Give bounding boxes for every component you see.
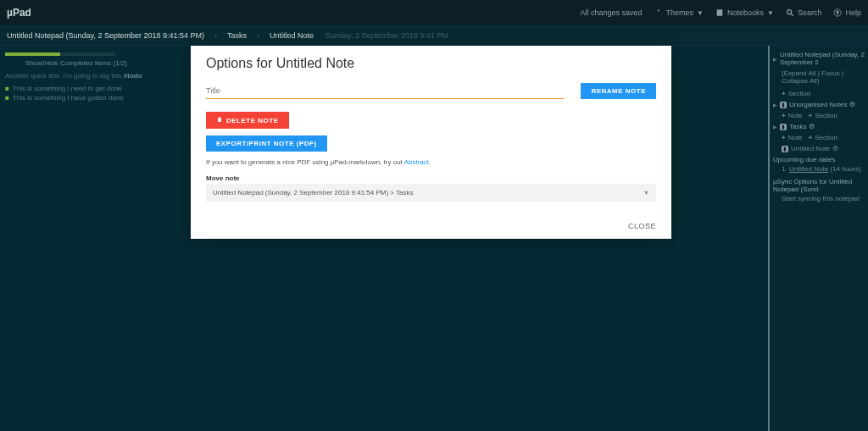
note-title-input[interactable] — [206, 86, 564, 95]
move-note-value: Untitled Notepad (Sunday, 2 September 20… — [213, 189, 414, 196]
gear-icon[interactable]: ⚙ — [849, 101, 855, 108]
explorer-sidebar: ▶ Untitled Notepad (Sunday, 2 September … — [768, 46, 868, 431]
sync-heading: µSync Options for Untitled Notepad (Sund — [773, 178, 865, 193]
help-label: Help — [845, 8, 861, 17]
folder-icon: ▮ — [780, 102, 787, 108]
top-header: µPad All changes saved Themes ▼ Notebook… — [0, 0, 868, 25]
close-button[interactable]: CLOSE — [628, 222, 656, 230]
breadcrumb: Untitled Notepad (Sunday, 2 September 20… — [0, 25, 868, 46]
plus-icon: + — [782, 90, 786, 97]
breadcrumb-section[interactable]: Tasks — [227, 31, 247, 40]
search-button[interactable]: Search — [786, 8, 822, 17]
help-icon: ? — [833, 8, 842, 17]
checkbox-icon[interactable]: ■ — [5, 85, 9, 92]
trash-icon — [216, 116, 223, 124]
move-note-select[interactable]: Untitled Notepad (Sunday, 2 September 20… — [206, 184, 656, 202]
folder-icon: ▮ — [780, 124, 787, 130]
search-label: Search — [798, 8, 822, 17]
left-task-pane: Show/Hide Completed Items (1/2) Another … — [0, 46, 153, 110]
breadcrumb-note[interactable]: Untitled Note — [270, 31, 314, 40]
notebooks-icon — [715, 8, 724, 17]
chevron-right-icon: › — [214, 31, 217, 40]
delete-note-button[interactable]: DELETE NOTE — [206, 112, 289, 129]
export-pdf-button[interactable]: EXPORT/PRINT NOTE (PDF) — [206, 135, 327, 152]
rename-note-button[interactable]: RENAME NOTE — [581, 83, 656, 99]
task-progress-bar — [5, 52, 115, 56]
checkbox-icon[interactable]: ■ — [5, 94, 9, 102]
sidebar-section-tasks[interactable]: ▶ ▮ Tasks ⚙ — [773, 123, 865, 130]
title-input-wrap — [206, 81, 564, 99]
pdf-hint: If you want to generate a nice PDF using… — [206, 158, 656, 166]
sidebar-note-item[interactable]: ▮ Untitled Note ⚙ — [782, 145, 865, 152]
breadcrumb-timestamp: Sunday, 2 September 2018 9:41 PM — [326, 31, 448, 40]
note-options-modal: Options for Untitled Note RENAME NOTE DE… — [191, 46, 671, 239]
notebooks-menu[interactable]: Notebooks ▼ — [715, 8, 774, 17]
move-note-label: Move note — [206, 174, 656, 182]
save-status: All changes saved — [581, 8, 643, 17]
themes-menu[interactable]: Themes ▼ — [654, 8, 704, 17]
svg-line-2 — [791, 14, 793, 16]
task-label: This is something I need to get done — [13, 85, 122, 92]
triangle-right-icon: ▶ — [773, 124, 777, 130]
show-hide-toggle[interactable]: Show/Hide Completed Items (1/2) — [5, 59, 147, 67]
plus-icon: + — [782, 134, 786, 141]
breadcrumb-notepad[interactable]: Untitled Notepad (Sunday, 2 September 20… — [7, 31, 204, 40]
sidebar-section-unorganised[interactable]: ▶ ▮ Unorganised Notes ⚙ — [773, 101, 865, 108]
hashtag[interactable]: #todo — [124, 72, 142, 80]
gear-icon[interactable]: ⚙ — [809, 123, 815, 130]
chevron-down-icon: ▼ — [767, 9, 774, 17]
plus-icon: + — [809, 134, 813, 141]
upcoming-item[interactable]: 1. Untitled Note (14 hours) — [782, 165, 865, 173]
note-text: Another quick test. I'm going to tag thi… — [5, 72, 147, 80]
app-logo: µPad — [7, 7, 31, 19]
add-note[interactable]: + Note + Section — [782, 134, 865, 141]
svg-point-1 — [787, 10, 792, 14]
svg-rect-0 — [717, 9, 723, 16]
sidebar-notepad-title[interactable]: ▶ Untitled Notepad (Sunday, 2 September … — [773, 51, 865, 66]
sidebar-expand-controls[interactable]: (Expand All | Focus | Collapse All) — [782, 69, 865, 85]
plus-icon: + — [782, 112, 786, 119]
sync-start[interactable]: Start syncing this notepad — [782, 195, 865, 202]
add-section[interactable]: + Section — [782, 90, 865, 97]
plus-icon: + — [809, 112, 813, 119]
task-item[interactable]: ■ This is something I have gotten done — [5, 94, 147, 102]
svg-text:?: ? — [837, 10, 840, 15]
notebooks-label: Notebooks — [727, 8, 764, 17]
themes-icon — [654, 8, 663, 17]
upcoming-heading: Upcoming due dates — [773, 156, 865, 163]
gear-icon[interactable]: ⚙ — [832, 145, 838, 152]
top-header-right: All changes saved Themes ▼ Notebooks ▼ S… — [581, 8, 861, 17]
themes-label: Themes — [666, 8, 694, 17]
task-progress-fill — [5, 52, 60, 56]
task-label: This is something I have gotten done — [13, 94, 124, 102]
help-button[interactable]: ? Help — [833, 8, 861, 17]
triangle-right-icon: ▶ — [773, 56, 777, 62]
triangle-right-icon: ▶ — [773, 102, 777, 108]
task-item[interactable]: ■ This is something I need to get done — [5, 85, 147, 92]
chevron-right-icon: › — [257, 31, 259, 40]
abstract-link[interactable]: Abstract — [404, 158, 429, 166]
chevron-down-icon: ▼ — [697, 9, 704, 17]
add-note[interactable]: + Note + Section — [782, 112, 865, 119]
note-icon: ▮ — [782, 146, 788, 152]
chevron-down-icon: ▼ — [643, 190, 649, 196]
modal-title: Options for Untitled Note — [206, 56, 656, 71]
search-icon — [786, 8, 794, 17]
